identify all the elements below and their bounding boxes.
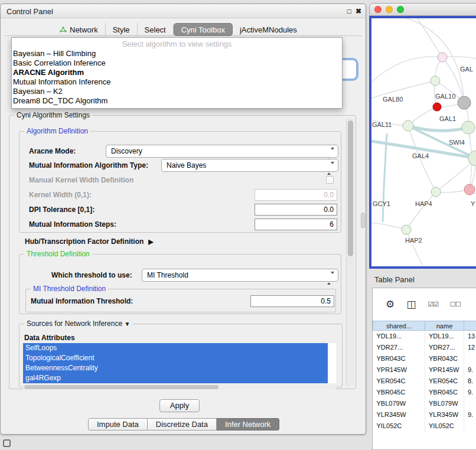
table-row[interactable]: YDL19...YDL19...13 xyxy=(373,331,476,342)
which-threshold-combo[interactable]: MI Threshold xyxy=(142,269,338,282)
tab-cyni-toolbox[interactable]: Cyni Toolbox xyxy=(174,23,233,36)
algorithm-definition-group: Algorithm Definition Aracne Mode: Discov… xyxy=(19,131,341,233)
expanded-arrow-icon[interactable]: ▼ xyxy=(124,321,130,327)
network-icon xyxy=(60,26,67,33)
tab-style[interactable]: Style xyxy=(106,23,138,36)
collapsed-arrow-icon[interactable]: ▶ xyxy=(148,238,153,246)
network-node[interactable] xyxy=(402,225,411,234)
float-window-icon[interactable]: □ xyxy=(347,6,351,16)
table-row[interactable]: YBR043CYBR043C xyxy=(373,353,476,364)
scrollbar-thumb[interactable] xyxy=(24,385,219,389)
mi-steps-field[interactable]: 6 xyxy=(255,219,337,230)
column-header[interactable]: shared... xyxy=(373,321,425,331)
select-all-icon[interactable]: ☑☑ xyxy=(428,299,438,309)
table-cell: YBR043C xyxy=(425,353,464,364)
table-cell xyxy=(464,353,476,364)
docked-panel-icon[interactable] xyxy=(3,439,11,447)
table-cell: YBR045C xyxy=(425,387,464,398)
threshold-definition-title: Threshold Definition xyxy=(24,250,92,258)
network-node[interactable] xyxy=(403,120,413,131)
zoom-traffic-light[interactable] xyxy=(397,6,404,13)
mi-type-label: Mutual Information Algorithm Type: xyxy=(29,161,148,169)
table-cell: YLR345W xyxy=(425,409,464,420)
tab-network[interactable]: Network xyxy=(53,23,106,36)
dropdown-item[interactable]: Bayesian – Hill Climbing xyxy=(12,49,342,58)
network-canvas[interactable]: GAL80GAL10GAL11GAL1SWI4GAL4GCY1HAP4HAP2G… xyxy=(371,18,476,266)
network-node[interactable] xyxy=(433,103,441,111)
column-header[interactable]: name xyxy=(425,321,464,331)
tab-discretize-data[interactable]: Discretize Data xyxy=(148,418,217,431)
close-traffic-light[interactable] xyxy=(374,6,382,13)
kernel-width-label: Kernel Width (0,1): xyxy=(29,191,92,199)
table-cell: 9. xyxy=(464,409,476,420)
tab-impute-data[interactable]: Impute Data xyxy=(88,418,148,431)
scrollbar-thumb[interactable] xyxy=(348,120,353,256)
dropdown-item[interactable]: Mutual Information Inference xyxy=(12,77,342,87)
aracne-mode-value: Discovery xyxy=(111,147,142,155)
network-node[interactable] xyxy=(464,184,475,195)
dropdown-item[interactable]: Bayesian – K2 xyxy=(12,87,342,96)
attribute-item[interactable]: BetweennessCentrality xyxy=(23,363,328,373)
minimize-traffic-light[interactable] xyxy=(386,6,393,13)
mi-type-combo[interactable]: Naive Bayes xyxy=(161,159,338,172)
attributes-horizontal-scrollbar[interactable] xyxy=(23,384,336,390)
table-header-row: shared... name xyxy=(373,321,476,331)
table-row[interactable]: YIL052CYIL052C xyxy=(373,420,476,432)
network-node[interactable] xyxy=(462,121,475,134)
dropdown-item[interactable]: Dream8 DC_TDC Algorithm xyxy=(12,96,342,106)
mi-type-value: Naive Bayes xyxy=(167,161,206,169)
network-edge[interactable] xyxy=(442,57,476,61)
hub-definition-section[interactable]: Hub/Transcription Factor Definition ▶ xyxy=(25,237,154,246)
table-cell xyxy=(464,398,476,409)
network-node[interactable] xyxy=(458,96,471,109)
network-node-label: GAL10 xyxy=(435,93,455,100)
network-view-window: GAL80GAL10GAL11GAL1SWI4GAL4GCY1HAP4HAP2G… xyxy=(369,3,476,269)
table-cell: YPR145W xyxy=(425,364,464,376)
mi-threshold-field[interactable]: 0.5 xyxy=(250,295,334,307)
attribute-item[interactable]: SelfLoops xyxy=(23,343,328,353)
network-edge[interactable] xyxy=(371,81,435,98)
table-panel-title: Table Panel xyxy=(374,275,415,284)
tab-infer-network[interactable]: Infer Network xyxy=(217,418,279,431)
deselect-all-icon[interactable]: ☐☐ xyxy=(450,299,461,309)
settings-gear-icon[interactable]: ⚙ xyxy=(386,299,395,309)
apply-button[interactable]: Apply xyxy=(159,399,200,412)
table-row[interactable]: YBL079WYBL079W xyxy=(373,398,476,409)
table-row[interactable]: YER054CYER054C8. xyxy=(373,376,476,387)
kernel-width-field[interactable]: 0.0 xyxy=(255,189,337,201)
column-header[interactable] xyxy=(464,321,476,331)
network-edge[interactable] xyxy=(383,134,387,221)
aracne-mode-combo[interactable]: Discovery xyxy=(106,145,338,158)
settings-group-title: Cyni Algorithm Settings xyxy=(14,111,92,119)
tab-jactivemodules[interactable]: jActiveMNodules xyxy=(233,23,304,36)
column-chooser-icon[interactable]: ◫ xyxy=(406,299,416,309)
table-row[interactable]: YBR045CYBR045C9. xyxy=(373,387,476,398)
attribute-item[interactable]: gal4RGexp xyxy=(23,373,328,383)
tab-select[interactable]: Select xyxy=(138,23,174,36)
dropdown-item[interactable]: Basic Correlation Inference xyxy=(12,58,342,68)
table-row[interactable]: YPR145WYPR145W9. xyxy=(373,364,476,376)
settings-vertical-scrollbar[interactable] xyxy=(346,118,354,386)
mi-steps-label: Mutual Information Steps: xyxy=(29,220,116,229)
network-edge[interactable] xyxy=(406,192,436,230)
panel-splitter-handle[interactable] xyxy=(361,213,365,228)
which-threshold-value: MI Threshold xyxy=(147,271,188,279)
network-node[interactable] xyxy=(431,187,441,197)
network-edge[interactable] xyxy=(406,230,423,266)
attribute-item[interactable]: TopologicalCoefficient xyxy=(23,353,328,363)
manual-kernel-checkbox[interactable] xyxy=(326,176,334,184)
close-window-icon[interactable]: ✖ xyxy=(356,6,361,16)
table-cell: YBL079W xyxy=(373,398,425,409)
dpi-tolerance-field[interactable]: 0.0 xyxy=(255,204,337,216)
network-node-label: GCY1 xyxy=(373,200,390,207)
dropdown-item-selected[interactable]: ARACNE Algorithm xyxy=(12,68,342,77)
network-edge[interactable] xyxy=(407,18,464,103)
table-row[interactable]: YDR27...YDR27...12 xyxy=(373,342,476,353)
table-row[interactable]: YLR345WYLR345W9. xyxy=(373,409,476,420)
table-cell: YIL052C xyxy=(373,420,425,432)
network-edge[interactable] xyxy=(371,223,406,230)
network-node[interactable] xyxy=(431,76,440,86)
network-node[interactable] xyxy=(438,53,447,62)
table-cell: YER054C xyxy=(425,376,464,387)
data-attributes-label: Data Attributes xyxy=(24,334,75,342)
